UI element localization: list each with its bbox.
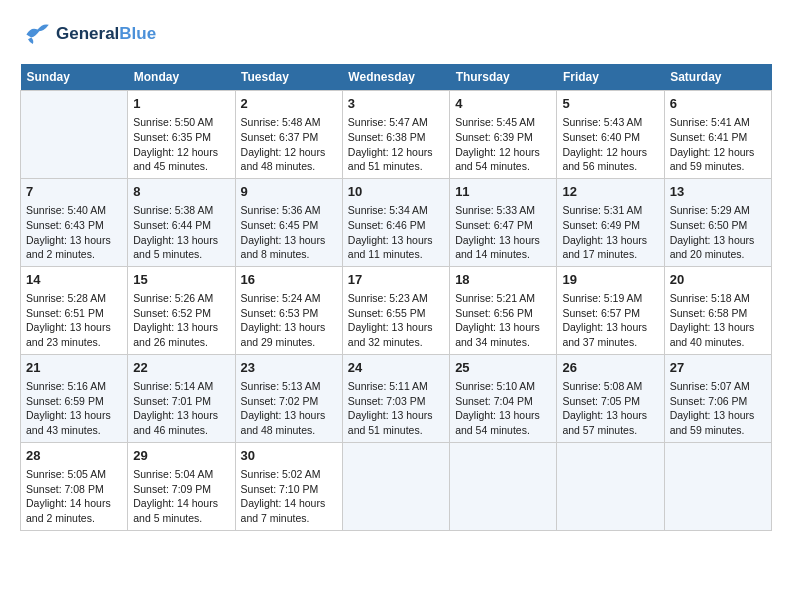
day-info: Sunrise: 5:19 AM Sunset: 6:57 PM Dayligh… xyxy=(562,291,658,350)
day-number: 20 xyxy=(670,271,766,289)
day-number: 17 xyxy=(348,271,444,289)
calendar-cell xyxy=(450,442,557,530)
day-number: 19 xyxy=(562,271,658,289)
day-info: Sunrise: 5:41 AM Sunset: 6:41 PM Dayligh… xyxy=(670,115,766,174)
day-info: Sunrise: 5:21 AM Sunset: 6:56 PM Dayligh… xyxy=(455,291,551,350)
calendar-cell: 12Sunrise: 5:31 AM Sunset: 6:49 PM Dayli… xyxy=(557,178,664,266)
calendar-table: SundayMondayTuesdayWednesdayThursdayFrid… xyxy=(20,64,772,531)
calendar-week-row: 28Sunrise: 5:05 AM Sunset: 7:08 PM Dayli… xyxy=(21,442,772,530)
day-info: Sunrise: 5:43 AM Sunset: 6:40 PM Dayligh… xyxy=(562,115,658,174)
day-info: Sunrise: 5:23 AM Sunset: 6:55 PM Dayligh… xyxy=(348,291,444,350)
day-info: Sunrise: 5:08 AM Sunset: 7:05 PM Dayligh… xyxy=(562,379,658,438)
day-info: Sunrise: 5:34 AM Sunset: 6:46 PM Dayligh… xyxy=(348,203,444,262)
calendar-cell: 19Sunrise: 5:19 AM Sunset: 6:57 PM Dayli… xyxy=(557,266,664,354)
calendar-week-row: 7Sunrise: 5:40 AM Sunset: 6:43 PM Daylig… xyxy=(21,178,772,266)
calendar-cell: 7Sunrise: 5:40 AM Sunset: 6:43 PM Daylig… xyxy=(21,178,128,266)
day-info: Sunrise: 5:04 AM Sunset: 7:09 PM Dayligh… xyxy=(133,467,229,526)
calendar-cell: 1Sunrise: 5:50 AM Sunset: 6:35 PM Daylig… xyxy=(128,91,235,179)
calendar-cell: 4Sunrise: 5:45 AM Sunset: 6:39 PM Daylig… xyxy=(450,91,557,179)
day-number: 4 xyxy=(455,95,551,113)
calendar-cell: 27Sunrise: 5:07 AM Sunset: 7:06 PM Dayli… xyxy=(664,354,771,442)
day-number: 16 xyxy=(241,271,337,289)
day-number: 24 xyxy=(348,359,444,377)
day-number: 29 xyxy=(133,447,229,465)
day-number: 13 xyxy=(670,183,766,201)
calendar-cell: 8Sunrise: 5:38 AM Sunset: 6:44 PM Daylig… xyxy=(128,178,235,266)
day-info: Sunrise: 5:13 AM Sunset: 7:02 PM Dayligh… xyxy=(241,379,337,438)
day-number: 30 xyxy=(241,447,337,465)
day-number: 10 xyxy=(348,183,444,201)
logo-bird-icon xyxy=(20,20,52,48)
calendar-week-row: 1Sunrise: 5:50 AM Sunset: 6:35 PM Daylig… xyxy=(21,91,772,179)
day-number: 2 xyxy=(241,95,337,113)
calendar-cell: 18Sunrise: 5:21 AM Sunset: 6:56 PM Dayli… xyxy=(450,266,557,354)
day-number: 14 xyxy=(26,271,122,289)
calendar-cell: 26Sunrise: 5:08 AM Sunset: 7:05 PM Dayli… xyxy=(557,354,664,442)
day-number: 26 xyxy=(562,359,658,377)
weekday-header: Saturday xyxy=(664,64,771,91)
day-number: 22 xyxy=(133,359,229,377)
day-number: 8 xyxy=(133,183,229,201)
day-info: Sunrise: 5:50 AM Sunset: 6:35 PM Dayligh… xyxy=(133,115,229,174)
calendar-week-row: 14Sunrise: 5:28 AM Sunset: 6:51 PM Dayli… xyxy=(21,266,772,354)
calendar-cell xyxy=(21,91,128,179)
weekday-header: Wednesday xyxy=(342,64,449,91)
logo-text: GeneralBlue xyxy=(56,24,156,44)
calendar-cell: 20Sunrise: 5:18 AM Sunset: 6:58 PM Dayli… xyxy=(664,266,771,354)
calendar-cell: 15Sunrise: 5:26 AM Sunset: 6:52 PM Dayli… xyxy=(128,266,235,354)
day-number: 1 xyxy=(133,95,229,113)
day-info: Sunrise: 5:26 AM Sunset: 6:52 PM Dayligh… xyxy=(133,291,229,350)
day-info: Sunrise: 5:33 AM Sunset: 6:47 PM Dayligh… xyxy=(455,203,551,262)
calendar-cell: 11Sunrise: 5:33 AM Sunset: 6:47 PM Dayli… xyxy=(450,178,557,266)
day-info: Sunrise: 5:38 AM Sunset: 6:44 PM Dayligh… xyxy=(133,203,229,262)
day-info: Sunrise: 5:24 AM Sunset: 6:53 PM Dayligh… xyxy=(241,291,337,350)
day-number: 3 xyxy=(348,95,444,113)
weekday-header: Thursday xyxy=(450,64,557,91)
calendar-cell: 13Sunrise: 5:29 AM Sunset: 6:50 PM Dayli… xyxy=(664,178,771,266)
day-number: 18 xyxy=(455,271,551,289)
calendar-body: 1Sunrise: 5:50 AM Sunset: 6:35 PM Daylig… xyxy=(21,91,772,531)
day-number: 9 xyxy=(241,183,337,201)
day-info: Sunrise: 5:14 AM Sunset: 7:01 PM Dayligh… xyxy=(133,379,229,438)
logo: GeneralBlue xyxy=(20,20,156,48)
calendar-cell: 6Sunrise: 5:41 AM Sunset: 6:41 PM Daylig… xyxy=(664,91,771,179)
calendar-cell xyxy=(342,442,449,530)
day-number: 23 xyxy=(241,359,337,377)
calendar-cell: 28Sunrise: 5:05 AM Sunset: 7:08 PM Dayli… xyxy=(21,442,128,530)
calendar-cell: 17Sunrise: 5:23 AM Sunset: 6:55 PM Dayli… xyxy=(342,266,449,354)
calendar-cell: 3Sunrise: 5:47 AM Sunset: 6:38 PM Daylig… xyxy=(342,91,449,179)
day-info: Sunrise: 5:48 AM Sunset: 6:37 PM Dayligh… xyxy=(241,115,337,174)
day-number: 7 xyxy=(26,183,122,201)
calendar-cell: 24Sunrise: 5:11 AM Sunset: 7:03 PM Dayli… xyxy=(342,354,449,442)
day-number: 25 xyxy=(455,359,551,377)
day-info: Sunrise: 5:11 AM Sunset: 7:03 PM Dayligh… xyxy=(348,379,444,438)
day-number: 28 xyxy=(26,447,122,465)
calendar-cell: 21Sunrise: 5:16 AM Sunset: 6:59 PM Dayli… xyxy=(21,354,128,442)
day-info: Sunrise: 5:02 AM Sunset: 7:10 PM Dayligh… xyxy=(241,467,337,526)
calendar-cell: 5Sunrise: 5:43 AM Sunset: 6:40 PM Daylig… xyxy=(557,91,664,179)
day-number: 11 xyxy=(455,183,551,201)
header-row: SundayMondayTuesdayWednesdayThursdayFrid… xyxy=(21,64,772,91)
calendar-cell: 29Sunrise: 5:04 AM Sunset: 7:09 PM Dayli… xyxy=(128,442,235,530)
day-info: Sunrise: 5:18 AM Sunset: 6:58 PM Dayligh… xyxy=(670,291,766,350)
weekday-header: Friday xyxy=(557,64,664,91)
day-info: Sunrise: 5:07 AM Sunset: 7:06 PM Dayligh… xyxy=(670,379,766,438)
day-number: 6 xyxy=(670,95,766,113)
calendar-cell: 2Sunrise: 5:48 AM Sunset: 6:37 PM Daylig… xyxy=(235,91,342,179)
calendar-cell: 22Sunrise: 5:14 AM Sunset: 7:01 PM Dayli… xyxy=(128,354,235,442)
day-info: Sunrise: 5:28 AM Sunset: 6:51 PM Dayligh… xyxy=(26,291,122,350)
day-number: 12 xyxy=(562,183,658,201)
calendar-cell xyxy=(557,442,664,530)
calendar-cell: 9Sunrise: 5:36 AM Sunset: 6:45 PM Daylig… xyxy=(235,178,342,266)
day-info: Sunrise: 5:31 AM Sunset: 6:49 PM Dayligh… xyxy=(562,203,658,262)
calendar-cell: 16Sunrise: 5:24 AM Sunset: 6:53 PM Dayli… xyxy=(235,266,342,354)
day-info: Sunrise: 5:05 AM Sunset: 7:08 PM Dayligh… xyxy=(26,467,122,526)
day-number: 21 xyxy=(26,359,122,377)
calendar-cell: 25Sunrise: 5:10 AM Sunset: 7:04 PM Dayli… xyxy=(450,354,557,442)
weekday-header: Monday xyxy=(128,64,235,91)
day-info: Sunrise: 5:16 AM Sunset: 6:59 PM Dayligh… xyxy=(26,379,122,438)
day-info: Sunrise: 5:36 AM Sunset: 6:45 PM Dayligh… xyxy=(241,203,337,262)
day-info: Sunrise: 5:10 AM Sunset: 7:04 PM Dayligh… xyxy=(455,379,551,438)
calendar-cell: 30Sunrise: 5:02 AM Sunset: 7:10 PM Dayli… xyxy=(235,442,342,530)
day-info: Sunrise: 5:45 AM Sunset: 6:39 PM Dayligh… xyxy=(455,115,551,174)
